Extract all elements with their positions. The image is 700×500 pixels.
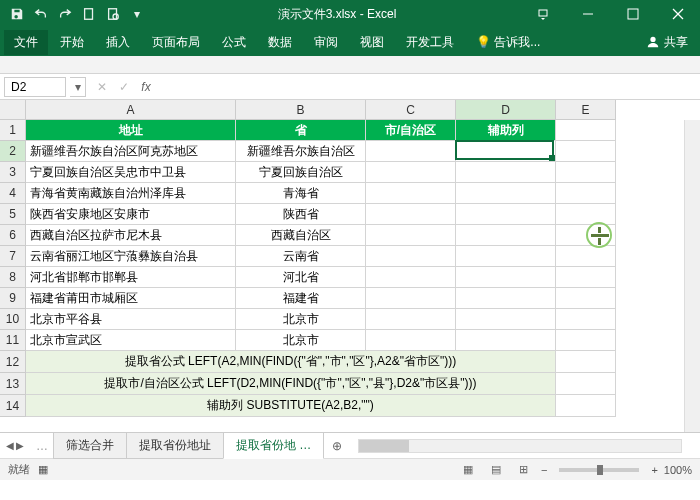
cell[interactable]: 北京市 bbox=[236, 330, 366, 351]
zoom-level[interactable]: 100% bbox=[664, 464, 692, 476]
cell[interactable]: 河北省 bbox=[236, 267, 366, 288]
cell[interactable] bbox=[456, 183, 556, 204]
ribbon-options-icon[interactable] bbox=[520, 0, 565, 28]
row-header[interactable]: 7 bbox=[0, 246, 26, 267]
cell[interactable]: 北京市平谷县 bbox=[26, 309, 236, 330]
menu-formula[interactable]: 公式 bbox=[212, 30, 256, 55]
menu-insert[interactable]: 插入 bbox=[96, 30, 140, 55]
minimize-icon[interactable] bbox=[565, 0, 610, 28]
close-icon[interactable] bbox=[655, 0, 700, 28]
new-icon[interactable] bbox=[78, 3, 100, 25]
cell[interactable]: 宁夏回族自治区吴忠市中卫县 bbox=[26, 162, 236, 183]
note-cell[interactable]: 辅助列 SUBSTITUTE(A2,B2,"") bbox=[26, 395, 556, 417]
formula-input[interactable] bbox=[162, 77, 700, 97]
cell[interactable]: 新疆维吾尔族自治区 bbox=[236, 141, 366, 162]
cell[interactable] bbox=[456, 288, 556, 309]
undo-icon[interactable] bbox=[30, 3, 52, 25]
sheet-tab[interactable]: 提取省份地址 bbox=[126, 433, 224, 459]
cell[interactable] bbox=[556, 246, 616, 267]
menu-view[interactable]: 视图 bbox=[350, 30, 394, 55]
cell[interactable]: 西藏自治区 bbox=[236, 225, 366, 246]
cell[interactable]: 青海省黄南藏族自治州泽库县 bbox=[26, 183, 236, 204]
cell[interactable]: 青海省 bbox=[236, 183, 366, 204]
cell[interactable] bbox=[366, 183, 456, 204]
cell[interactable]: 陕西省 bbox=[236, 204, 366, 225]
row-header[interactable]: 12 bbox=[0, 351, 26, 373]
cell[interactable] bbox=[556, 162, 616, 183]
menu-home[interactable]: 开始 bbox=[50, 30, 94, 55]
redo-icon[interactable] bbox=[54, 3, 76, 25]
row-header[interactable]: 11 bbox=[0, 330, 26, 351]
menu-data[interactable]: 数据 bbox=[258, 30, 302, 55]
zoom-slider[interactable] bbox=[559, 468, 639, 472]
menu-file[interactable]: 文件 bbox=[4, 30, 48, 55]
zoom-in-icon[interactable]: + bbox=[651, 464, 657, 476]
cell[interactable] bbox=[556, 141, 616, 162]
sheet-tab[interactable]: 筛选合并 bbox=[53, 433, 127, 459]
share-button[interactable]: 共享 bbox=[638, 30, 696, 55]
cell[interactable]: 新疆维吾尔族自治区阿克苏地区 bbox=[26, 141, 236, 162]
print-preview-icon[interactable] bbox=[102, 3, 124, 25]
name-box-dropdown-icon[interactable]: ▾ bbox=[70, 77, 86, 97]
cell[interactable]: 河北省邯郸市邯郸县 bbox=[26, 267, 236, 288]
cell[interactable]: 北京市宣武区 bbox=[26, 330, 236, 351]
cell[interactable] bbox=[366, 267, 456, 288]
row-header[interactable]: 5 bbox=[0, 204, 26, 225]
sheet-tab-active[interactable]: 提取省份地 … bbox=[223, 433, 324, 459]
col-header[interactable]: B bbox=[236, 100, 366, 120]
row-header[interactable]: 8 bbox=[0, 267, 26, 288]
fx-icon[interactable]: fx bbox=[138, 80, 154, 94]
col-header[interactable]: D bbox=[456, 100, 556, 120]
qat-dropdown-icon[interactable]: ▾ bbox=[126, 3, 148, 25]
cell[interactable] bbox=[366, 162, 456, 183]
view-pagelayout-icon[interactable]: ▤ bbox=[485, 461, 507, 479]
select-all-triangle[interactable] bbox=[0, 100, 26, 120]
row-header[interactable]: 6 bbox=[0, 225, 26, 246]
cell[interactable] bbox=[456, 141, 556, 162]
cell[interactable] bbox=[456, 162, 556, 183]
row-header[interactable]: 2 bbox=[0, 141, 26, 162]
row-header[interactable]: 14 bbox=[0, 395, 26, 417]
cell[interactable]: 福建省 bbox=[236, 288, 366, 309]
cell[interactable]: 市/自治区 bbox=[366, 120, 456, 141]
cell[interactable]: 福建省莆田市城厢区 bbox=[26, 288, 236, 309]
menu-tellme[interactable]: 💡 告诉我... bbox=[466, 30, 550, 55]
cell[interactable]: 云南省 bbox=[236, 246, 366, 267]
row-header[interactable]: 1 bbox=[0, 120, 26, 141]
cell[interactable] bbox=[556, 225, 616, 246]
macro-record-icon[interactable]: ▦ bbox=[38, 463, 48, 476]
cell[interactable] bbox=[366, 204, 456, 225]
col-header[interactable]: C bbox=[366, 100, 456, 120]
col-header[interactable]: A bbox=[26, 100, 236, 120]
cell[interactable]: 北京市 bbox=[236, 309, 366, 330]
menu-dev[interactable]: 开发工具 bbox=[396, 30, 464, 55]
save-icon[interactable] bbox=[6, 3, 28, 25]
add-sheet-icon[interactable]: ⊕ bbox=[324, 435, 350, 457]
cell[interactable]: 陕西省安康地区安康市 bbox=[26, 204, 236, 225]
worksheet-grid[interactable]: ABCDE 1234567891011121314 地址省市/自治区辅助列新疆维… bbox=[0, 100, 700, 432]
cell[interactable] bbox=[556, 309, 616, 330]
row-header[interactable]: 10 bbox=[0, 309, 26, 330]
cell[interactable] bbox=[556, 288, 616, 309]
cell[interactable] bbox=[456, 246, 556, 267]
name-box[interactable]: D2 bbox=[4, 77, 66, 97]
cell[interactable] bbox=[556, 183, 616, 204]
row-header[interactable]: 3 bbox=[0, 162, 26, 183]
cell[interactable]: 云南省丽江地区宁蒗彝族自治县 bbox=[26, 246, 236, 267]
view-pagebreak-icon[interactable]: ⊞ bbox=[513, 461, 535, 479]
cell[interactable] bbox=[556, 204, 616, 225]
row-header[interactable]: 13 bbox=[0, 373, 26, 395]
tab-nav-buttons[interactable]: ◀▶ bbox=[0, 440, 30, 451]
maximize-icon[interactable] bbox=[610, 0, 655, 28]
cell[interactable]: 地址 bbox=[26, 120, 236, 141]
vertical-scrollbar[interactable] bbox=[684, 120, 700, 432]
cell[interactable] bbox=[456, 204, 556, 225]
cell[interactable] bbox=[366, 330, 456, 351]
cell[interactable] bbox=[366, 309, 456, 330]
note-cell[interactable]: 提取省公式 LEFT(A2,MIN(FIND({"省","市","区"},A2&… bbox=[26, 351, 556, 373]
cell[interactable] bbox=[366, 246, 456, 267]
view-normal-icon[interactable]: ▦ bbox=[457, 461, 479, 479]
cell[interactable]: 西藏自治区拉萨市尼木县 bbox=[26, 225, 236, 246]
cell[interactable] bbox=[456, 309, 556, 330]
row-header[interactable]: 9 bbox=[0, 288, 26, 309]
